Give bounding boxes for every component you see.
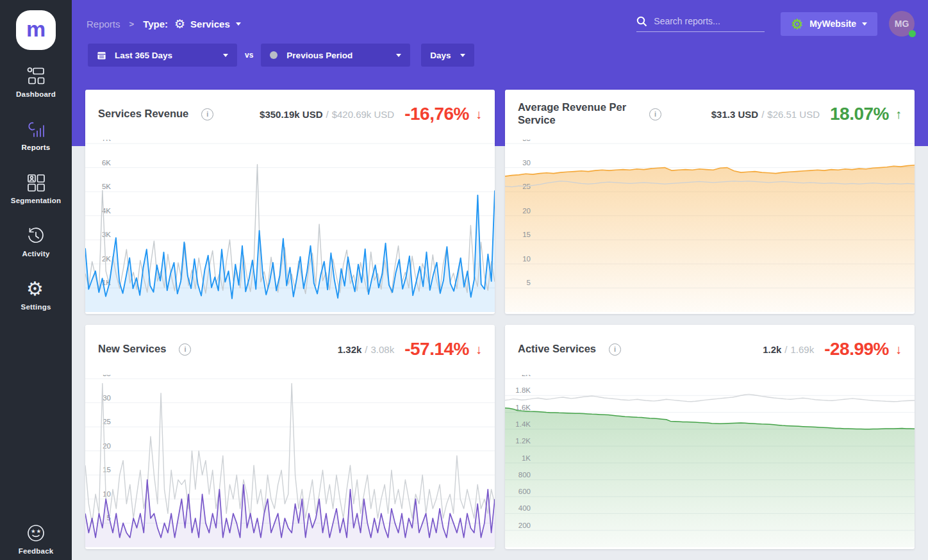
compare-value: Previous Period [286, 51, 352, 60]
site-selector-button[interactable]: ⚙ MyWebsite [781, 12, 877, 36]
svg-text:2K: 2K [522, 375, 531, 377]
avatar[interactable]: MG [889, 11, 915, 37]
app-logo-letter: m [26, 18, 46, 40]
card-metrics: 1.32k / 3.08k -57.14% ↓ [338, 339, 482, 359]
topbar-right: ⚙ MyWebsite MG [636, 11, 915, 37]
active-services-line-chart[interactable]: 2K1.8K1.6K1.4K1.2K1K800600400200 [505, 375, 915, 547]
info-icon[interactable]: i [179, 343, 191, 356]
svg-text:1.6K: 1.6K [515, 404, 531, 411]
svg-text:35: 35 [522, 140, 531, 142]
value-separator: / [365, 344, 367, 355]
compare-select[interactable]: Previous Period [261, 44, 410, 67]
sidebar-item-activity[interactable]: Activity [22, 226, 49, 258]
change-percent: -57.14% [404, 339, 469, 359]
report-type-dropdown[interactable]: Services [190, 19, 230, 29]
svg-text:30: 30 [103, 394, 111, 402]
svg-text:30: 30 [522, 159, 531, 167]
svg-text:5K: 5K [102, 183, 111, 190]
date-range-value: Last 365 Days [115, 51, 172, 60]
sidebar-item-label: Activity [22, 250, 49, 258]
card-metrics: $350.19k USD / $420.69k USD -16,76% ↓ [260, 104, 482, 124]
online-status-dot [909, 30, 916, 37]
caret-down-icon[interactable] [236, 22, 241, 26]
main-area: Reports > Type: ⚙ Services ⚙ MyWebsite [72, 0, 928, 560]
change-percent: -28.99% [824, 339, 889, 359]
services-revenue-line-chart[interactable]: 7K6K5K4K3K2K1K [85, 140, 495, 312]
caret-down-icon [223, 54, 228, 57]
new-services-line-chart[interactable]: 3530252015105 [85, 375, 495, 547]
search-box [636, 16, 765, 32]
breadcrumb-type-label: Type: [143, 19, 168, 29]
card-active-services: Active Services i 1.2k / 1.69k -28.99% ↓… [505, 325, 915, 549]
svg-text:15: 15 [522, 231, 531, 238]
change-percent: 18.07% [830, 104, 889, 124]
gear-icon: ⚙ [174, 18, 185, 30]
site-gear-icon: ⚙ [791, 17, 803, 31]
breadcrumb-reports-link[interactable]: Reports [87, 19, 120, 29]
svg-text:1.2K: 1.2K [515, 437, 531, 445]
current-value: $350.19k USD [260, 109, 322, 120]
card-header: Average Revenue Per Service i $31.3 USD … [505, 90, 915, 136]
change-percent: -16,76% [404, 104, 469, 124]
card-title: Services Revenue [98, 108, 188, 120]
svg-text:3K: 3K [102, 231, 111, 238]
svg-text:5: 5 [527, 279, 531, 286]
card-services-revenue: Services Revenue i $350.19k USD / $420.6… [85, 90, 495, 314]
search-icon[interactable] [636, 16, 647, 27]
info-icon[interactable]: i [609, 343, 621, 356]
average-revenue-line-chart[interactable]: 3530252015105 [505, 140, 915, 312]
breadcrumb: Reports > Type: ⚙ Services [87, 18, 241, 30]
arrow-down-icon: ↓ [476, 342, 482, 357]
svg-text:★: ★ [37, 528, 42, 534]
svg-text:1K: 1K [522, 454, 531, 462]
date-range-select[interactable]: Last 365 Days [88, 44, 237, 67]
report-cards: Services Revenue i $350.19k USD / $420.6… [85, 90, 915, 549]
comparison-dot-icon [270, 51, 278, 59]
sidebar-item-settings[interactable]: ⚙ Settings [21, 279, 51, 311]
card-metrics: 1.2k / 1.69k -28.99% ↓ [763, 339, 902, 359]
svg-text:20: 20 [522, 207, 531, 215]
sidebar-item-label: Reports [22, 144, 51, 151]
value-separator: / [326, 109, 328, 120]
topbar: Reports > Type: ⚙ Services ⚙ MyWebsite [72, 0, 928, 40]
card-title: Average Revenue Per Service [518, 101, 636, 127]
chevron-right-icon: > [129, 19, 135, 29]
dashboard-icon [26, 67, 46, 86]
previous-value: $26.51 USD [767, 109, 820, 120]
vs-label: vs [245, 51, 253, 60]
sidebar-item-segmentation[interactable]: Segmentation [11, 173, 61, 204]
search-input[interactable] [654, 16, 759, 26]
svg-text:6K: 6K [102, 159, 111, 167]
info-icon[interactable]: i [649, 108, 661, 120]
card-title: Active Services [518, 343, 596, 356]
caret-down-icon [862, 22, 867, 26]
calendar-icon [97, 51, 106, 60]
sidebar-item-reports[interactable]: Reports [22, 120, 51, 151]
sidebar-item-feedback[interactable]: ★★ Feedback [19, 523, 54, 555]
granularity-value: Days [430, 51, 451, 60]
arrow-down-icon: ↓ [476, 107, 482, 122]
svg-text:35: 35 [103, 375, 111, 377]
filter-bar: Last 365 Days vs Previous Period Days [72, 44, 928, 67]
info-icon[interactable]: i [201, 108, 213, 120]
svg-text:★: ★ [31, 528, 36, 534]
svg-text:400: 400 [518, 504, 531, 512]
previous-value: 3.08k [371, 344, 395, 355]
previous-value: $420.69k USD [332, 109, 395, 120]
arrow-up-icon: ↑ [895, 107, 902, 122]
app-logo[interactable]: m [16, 10, 56, 50]
avatar-initials: MG [895, 19, 909, 29]
segmentation-icon [26, 173, 46, 192]
activity-icon [26, 226, 46, 245]
svg-text:2K: 2K [102, 255, 111, 263]
sidebar-item-label: Settings [21, 303, 51, 311]
svg-text:200: 200 [518, 522, 531, 529]
caret-down-icon [396, 54, 401, 57]
sidebar-item-label: Feedback [19, 547, 54, 555]
svg-text:1.4K: 1.4K [515, 420, 531, 428]
granularity-select[interactable]: Days [421, 44, 474, 67]
sidebar-item-dashboard[interactable]: Dashboard [16, 67, 56, 98]
card-header: Services Revenue i $350.19k USD / $420.6… [85, 90, 495, 136]
card-header: New Services i 1.32k / 3.08k -57.14% ↓ [85, 325, 495, 371]
arrow-down-icon: ↓ [895, 342, 902, 357]
